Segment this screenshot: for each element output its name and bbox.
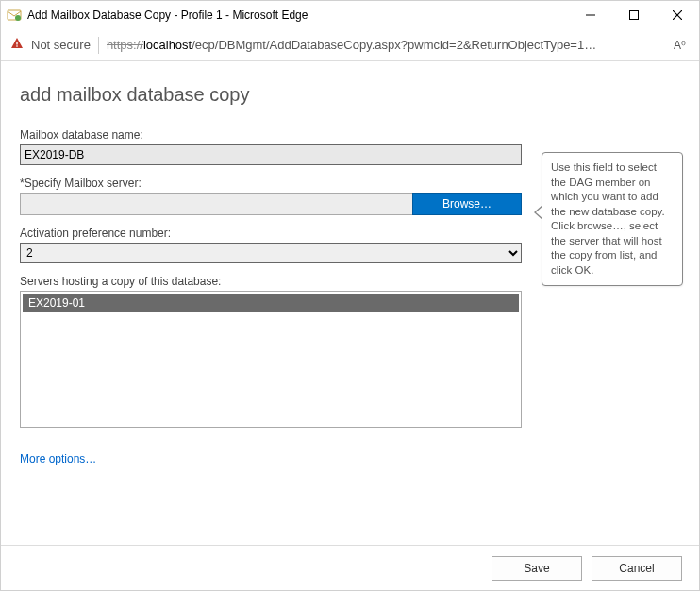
url-host: localhost bbox=[143, 38, 192, 52]
svg-point-1 bbox=[15, 15, 21, 21]
content-area: add mailbox database copy Mailbox databa… bbox=[1, 61, 699, 545]
not-secure-icon bbox=[10, 37, 24, 53]
mailbox-server-input bbox=[20, 193, 413, 215]
svg-rect-6 bbox=[16, 42, 17, 45]
titlebar: Add Mailbox Database Copy - Profile 1 - … bbox=[1, 1, 699, 29]
browse-button[interactable]: Browse… bbox=[412, 193, 522, 215]
svg-rect-7 bbox=[16, 45, 17, 46]
save-button[interactable]: Save bbox=[492, 556, 582, 581]
server-label: *Specify Mailbox server: bbox=[20, 177, 522, 190]
url-path: /ecp/DBMgmt/AddDatabaseCopy.aspx?pwmcid=… bbox=[192, 38, 596, 52]
minimize-button[interactable] bbox=[569, 1, 612, 29]
footer: Save Cancel bbox=[1, 545, 699, 590]
more-options-link[interactable]: More options… bbox=[20, 452, 96, 465]
maximize-button[interactable] bbox=[612, 1, 656, 29]
window-title: Add Mailbox Database Copy - Profile 1 - … bbox=[27, 8, 569, 22]
separator bbox=[98, 37, 99, 54]
list-item[interactable]: EX2019-01 bbox=[23, 294, 519, 312]
page-title: add mailbox database copy bbox=[20, 84, 680, 106]
close-button[interactable] bbox=[656, 1, 699, 29]
servers-list[interactable]: EX2019-01 bbox=[20, 291, 522, 428]
not-secure-label: Not secure bbox=[31, 38, 91, 52]
activation-pref-select[interactable]: 2 bbox=[20, 243, 522, 263]
address-bar: Not secure https://localhost/ecp/DBMgmt/… bbox=[1, 29, 699, 61]
svg-rect-3 bbox=[630, 11, 639, 20]
app-icon bbox=[7, 8, 22, 23]
servers-hosting-label: Servers hosting a copy of this database: bbox=[20, 275, 522, 288]
cancel-button[interactable]: Cancel bbox=[592, 556, 682, 581]
db-name-input bbox=[20, 144, 522, 165]
url-scheme: https:// bbox=[107, 38, 143, 52]
url-display[interactable]: https://localhost/ecp/DBMgmt/AddDatabase… bbox=[107, 38, 662, 52]
activation-pref-label: Activation preference number: bbox=[20, 227, 522, 240]
help-callout-text: Use this field to select the DAG member … bbox=[551, 161, 665, 276]
help-callout: Use this field to select the DAG member … bbox=[542, 152, 683, 286]
db-name-label: Mailbox database name: bbox=[20, 128, 522, 142]
window-controls bbox=[569, 1, 699, 29]
read-aloud-icon[interactable]: A⁰ bbox=[670, 39, 690, 52]
